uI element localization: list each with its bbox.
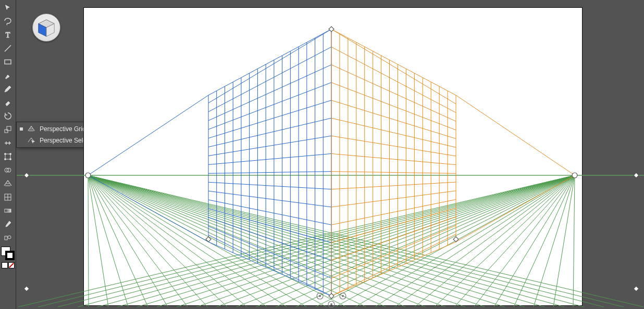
floor-left-extent-handle[interactable] bbox=[24, 286, 29, 291]
fill-stroke-swatches[interactable] bbox=[1, 247, 15, 260]
perspective-grid-icon bbox=[27, 125, 35, 133]
svg-text:T: T bbox=[6, 31, 10, 39]
svg-line-1 bbox=[5, 45, 11, 52]
blend-tool[interactable] bbox=[2, 231, 14, 244]
svg-point-6 bbox=[5, 153, 6, 155]
pencil-tool[interactable] bbox=[2, 83, 14, 95]
perspective-plane-widget[interactable] bbox=[32, 14, 60, 42]
svg-rect-5 bbox=[5, 154, 10, 159]
shape-builder-tool[interactable] bbox=[2, 164, 14, 176]
svg-rect-3 bbox=[5, 130, 8, 133]
perspective-grid-tool[interactable] bbox=[2, 177, 14, 190]
svg-rect-13 bbox=[5, 209, 11, 212]
rotate-tool[interactable] bbox=[2, 110, 14, 122]
stroke-swatch[interactable] bbox=[5, 251, 15, 260]
cube-icon bbox=[36, 18, 56, 37]
mesh-tool[interactable] bbox=[2, 191, 14, 203]
artboard[interactable] bbox=[83, 7, 583, 306]
svg-point-9 bbox=[10, 159, 11, 160]
color-chip-solid[interactable] bbox=[2, 262, 8, 268]
color-mode-chips bbox=[2, 262, 15, 268]
scale-tool[interactable] bbox=[2, 123, 14, 136]
selection-tool[interactable] bbox=[2, 2, 14, 14]
width-tool[interactable] bbox=[2, 137, 14, 149]
eyedropper-tool[interactable] bbox=[2, 218, 14, 230]
svg-point-7 bbox=[10, 153, 11, 155]
horizon-right-handle[interactable] bbox=[634, 173, 639, 178]
perspective-selection-icon bbox=[27, 136, 35, 145]
rectangle-tool[interactable] bbox=[2, 56, 14, 68]
line-segment-tool[interactable] bbox=[2, 42, 14, 55]
paintbrush-tool[interactable] bbox=[2, 69, 14, 82]
floor-right-extent-handle[interactable] bbox=[634, 286, 639, 291]
selected-indicator-icon bbox=[20, 127, 23, 131]
direct-selection-tool[interactable] bbox=[2, 15, 14, 28]
tools-panel: T bbox=[0, 0, 16, 309]
horizon-left-handle[interactable] bbox=[24, 173, 29, 178]
type-tool[interactable]: T bbox=[2, 29, 14, 41]
gradient-tool[interactable] bbox=[2, 204, 14, 217]
svg-rect-4 bbox=[7, 126, 11, 131]
svg-point-15 bbox=[8, 236, 11, 239]
free-transform-tool[interactable] bbox=[2, 150, 14, 163]
eraser-tool[interactable] bbox=[2, 96, 14, 109]
svg-rect-2 bbox=[5, 60, 11, 64]
color-chip-none[interactable] bbox=[8, 262, 15, 268]
svg-rect-14 bbox=[5, 236, 7, 240]
svg-point-8 bbox=[5, 159, 6, 160]
